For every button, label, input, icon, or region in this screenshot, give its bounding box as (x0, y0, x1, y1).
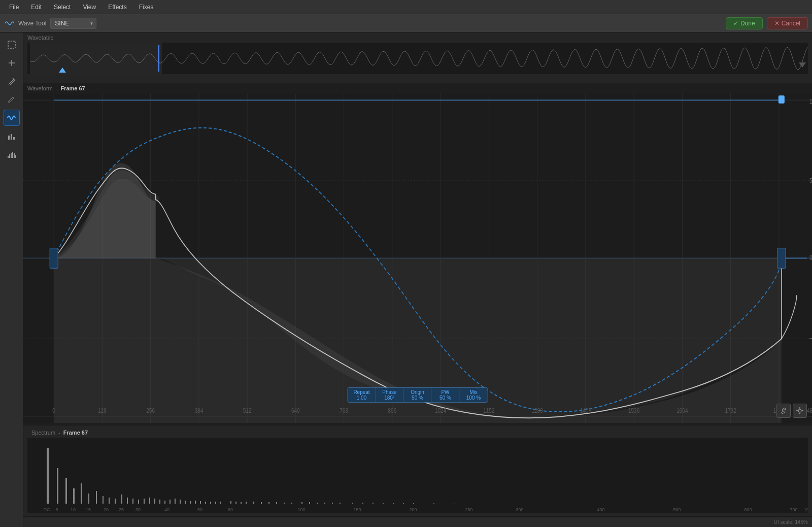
menu-view[interactable]: View (78, 3, 101, 12)
svg-text:20: 20 (104, 507, 109, 512)
svg-text:60: 60 (228, 507, 233, 512)
svg-rect-82 (132, 499, 133, 504)
sidebar-tool-bar[interactable] (4, 128, 20, 144)
param-repeat[interactable]: Repeat 1.00 (348, 388, 376, 402)
svg-rect-109 (291, 503, 292, 504)
params-overlay: Repeat 1.00 Phase 180° Origin 50 % PW 50… (348, 387, 488, 403)
spectrum-header: Spectrum - Frame 67 (27, 427, 808, 438)
menubar: File Edit Select View Effects Fixes (0, 0, 812, 14)
svg-rect-66 (799, 413, 800, 414)
spectrum-separator: - (58, 430, 60, 436)
svg-rect-80 (121, 495, 122, 504)
svg-rect-115 (340, 503, 341, 504)
sidebar-tool-pencil[interactable] (4, 73, 20, 89)
wavetable-canvas[interactable] (27, 43, 808, 74)
menu-effects[interactable]: Effects (103, 3, 131, 12)
param-mix[interactable]: Mix 100 % (460, 388, 488, 402)
wavetable-section: Wavetable (23, 32, 812, 83)
waveform-svg[interactable]: 0 128 256 384 512 640 768 896 1024 1152 … (23, 93, 812, 423)
svg-rect-84 (144, 499, 145, 504)
link-tool-button[interactable] (776, 404, 791, 418)
svg-text:100: 100 (297, 507, 305, 512)
menu-file[interactable]: File (4, 3, 24, 12)
svg-text:1024: 1024 (435, 407, 447, 414)
settings-tool-button[interactable] (793, 404, 807, 418)
svg-text:128: 128 (98, 407, 107, 414)
svg-rect-123 (433, 503, 434, 504)
svg-text:400: 400 (597, 507, 604, 512)
svg-rect-94 (195, 501, 196, 504)
phase-label: Phase (380, 389, 399, 395)
done-button[interactable]: ✓ Done (726, 17, 763, 29)
svg-rect-112 (317, 503, 318, 504)
edit-icon (7, 95, 16, 104)
mix-value: 100 % (464, 395, 484, 401)
repeat-value: 1.00 (352, 395, 371, 401)
origin-label: Origin (408, 389, 427, 395)
svg-rect-102 (241, 502, 242, 504)
waveform-label: Waveform (27, 85, 53, 91)
spectrum-label: Spectrum (31, 430, 55, 436)
mix-label: Mix (464, 389, 484, 395)
svg-rect-4 (8, 136, 10, 140)
sidebar-tool-selection[interactable] (4, 37, 20, 53)
svg-text:250: 250 (465, 507, 472, 512)
svg-rect-88 (164, 501, 165, 504)
origin-value: 50 % (408, 395, 427, 401)
svg-rect-122 (413, 503, 414, 504)
svg-rect-39 (50, 248, 58, 269)
waveform-frame: Frame 67 (60, 85, 85, 91)
sidebar-tool-edit[interactable] (4, 91, 20, 108)
svg-rect-6 (13, 137, 15, 140)
svg-text:50 %: 50 % (809, 177, 812, 184)
svg-rect-118 (373, 503, 374, 504)
check-icon: ✓ (733, 20, 738, 27)
wavetable-right-marker (799, 62, 806, 73)
param-phase[interactable]: Phase 180° (376, 388, 404, 402)
svg-rect-106 (268, 502, 269, 504)
menu-fixes[interactable]: Fixes (134, 3, 159, 12)
sidebar-tool-spectrum[interactable] (4, 146, 20, 162)
svg-text:1536: 1536 (628, 407, 640, 414)
phase-value: 180° (380, 395, 399, 401)
sidebar-tool-cross[interactable] (4, 55, 20, 71)
spectrum-canvas[interactable]: DC 5 10 15 20 25 30 40 50 60 100 150 200… (27, 438, 808, 513)
param-origin[interactable]: Origin 50 % (404, 388, 432, 402)
cancel-button[interactable]: ✕ Cancel (767, 17, 808, 29)
menu-edit[interactable]: Edit (26, 3, 47, 12)
svg-text:5: 5 (55, 507, 58, 512)
svg-rect-83 (138, 500, 139, 504)
waveform-canvas-area[interactable]: 0 128 256 384 512 640 768 896 1024 1152 … (23, 93, 812, 423)
svg-rect-72 (65, 478, 67, 504)
svg-rect-0 (8, 41, 15, 48)
svg-rect-77 (103, 496, 104, 504)
wave-icon (4, 18, 14, 28)
sidebar-tool-wave[interactable] (4, 110, 20, 126)
svg-rect-120 (393, 503, 394, 504)
svg-text:1000: 1000 (804, 507, 808, 512)
pw-label: PW (436, 389, 455, 395)
svg-rect-96 (205, 502, 206, 504)
pencil-icon (7, 77, 16, 86)
svg-rect-89 (170, 500, 171, 504)
main-layout: Wavetable Waveform (0, 32, 812, 527)
svg-rect-105 (261, 502, 262, 504)
wavetable-label: Wavetable (27, 35, 808, 41)
param-pw[interactable]: PW 50 % (432, 388, 460, 402)
svg-rect-93 (190, 501, 191, 504)
svg-point-64 (798, 409, 801, 412)
svg-rect-116 (352, 503, 353, 504)
menu-select[interactable]: Select (49, 3, 76, 12)
svg-text:40: 40 (164, 507, 170, 512)
cross-icon (7, 58, 16, 68)
svg-rect-87 (159, 500, 160, 504)
spectrum-frame: Frame 67 (63, 430, 88, 436)
svg-text:1408: 1408 (580, 407, 592, 414)
svg-text:500: 500 (673, 507, 681, 512)
wave-type-select[interactable]: SINE TRIANGLE SAW SQUARE NOISE (50, 18, 96, 29)
svg-rect-75 (88, 493, 89, 504)
svg-rect-121 (403, 503, 404, 504)
svg-rect-98 (215, 502, 216, 504)
svg-rect-76 (96, 491, 97, 504)
svg-rect-95 (200, 501, 201, 504)
